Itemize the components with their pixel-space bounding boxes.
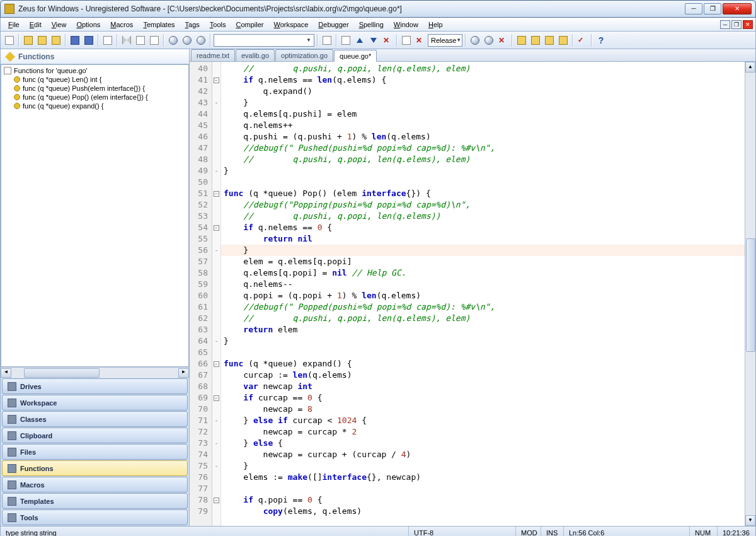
- bookmark-button-3[interactable]: [543, 34, 556, 47]
- compile-button[interactable]: [400, 34, 413, 47]
- menu-macros[interactable]: Macros: [105, 20, 138, 30]
- function-item[interactable]: func (q *queue) Len() int {: [3, 75, 187, 84]
- panel-clipboard[interactable]: Clipboard: [2, 428, 188, 443]
- bookmark-button-1[interactable]: [515, 34, 528, 47]
- menu-options[interactable]: Options: [71, 20, 105, 30]
- debug-button-1[interactable]: [469, 34, 481, 47]
- sidebar-title: Functions: [18, 52, 54, 61]
- function-item[interactable]: func (q *queue) Pop() (elem interface{})…: [3, 93, 187, 102]
- menu-bar: FileEditViewOptionsMacrosTemplatesTagsTo…: [0, 18, 756, 32]
- panel-classes[interactable]: Classes: [2, 411, 188, 427]
- paste-button[interactable]: [148, 34, 161, 47]
- menu-workspace[interactable]: Workspace: [268, 20, 313, 30]
- sidebar: Functions Functions for 'queue.go' func …: [1, 49, 190, 526]
- open-workspace-button[interactable]: [50, 34, 62, 47]
- vscroll-thumb[interactable]: [746, 238, 755, 352]
- menu-window[interactable]: Window: [389, 20, 423, 30]
- save-all-button[interactable]: [83, 34, 95, 47]
- menu-debugger[interactable]: Debugger: [313, 20, 353, 30]
- panel-tools[interactable]: Tools: [2, 510, 188, 525]
- nav-down-button[interactable]: [367, 34, 380, 47]
- sidebar-hscroll[interactable]: ◄►: [1, 367, 189, 378]
- build-button[interactable]: ✕: [414, 34, 427, 47]
- tab[interactable]: evalib.go: [236, 49, 275, 61]
- panel-functions[interactable]: Functions: [2, 460, 188, 476]
- menu-compiler[interactable]: Compiler: [231, 20, 268, 30]
- debug-button-2[interactable]: [483, 34, 495, 47]
- tree-root[interactable]: Functions for 'queue.go': [3, 66, 187, 75]
- panel-drives[interactable]: Drives: [2, 378, 188, 394]
- fold-gutter[interactable]: −--−−--−−---−: [212, 62, 221, 526]
- mdi-minimize[interactable]: ─: [720, 20, 730, 29]
- find-in-files-button[interactable]: [195, 34, 207, 47]
- tab[interactable]: readme.txt: [191, 49, 235, 61]
- new-file-button[interactable]: [3, 34, 16, 47]
- save-button[interactable]: [69, 34, 81, 47]
- menu-edit[interactable]: Edit: [25, 20, 47, 30]
- status-time: 10:21:36: [718, 527, 755, 536]
- close-button[interactable]: ✕: [723, 3, 752, 15]
- panel-files[interactable]: Files: [2, 444, 188, 460]
- search-combo[interactable]: ▼: [214, 34, 314, 47]
- status-pos: Ln:56 Col:6: [564, 527, 690, 536]
- menu-view[interactable]: View: [47, 20, 72, 30]
- mdi-restore[interactable]: ❐: [731, 20, 742, 29]
- nav-up-button[interactable]: [353, 34, 366, 47]
- replace-button[interactable]: [181, 34, 193, 47]
- status-num: NUM: [690, 527, 718, 536]
- line-gutter: 4041424344454647484950515253545556575859…: [190, 62, 212, 526]
- tab-bar: readme.txtevalib.gooptimization.goqueue.…: [190, 49, 755, 62]
- menu-spelling[interactable]: Spelling: [354, 20, 389, 30]
- sidebar-header: Functions: [1, 49, 189, 64]
- function-item[interactable]: func (q *queue) Push(elem interface{}) {: [3, 84, 187, 93]
- bookmark-button-4[interactable]: [557, 34, 570, 47]
- status-encoding: UTF-8: [409, 527, 516, 536]
- tab[interactable]: optimization.go: [275, 49, 333, 61]
- menu-help[interactable]: Help: [423, 20, 448, 30]
- help-button[interactable]: ?: [595, 34, 607, 47]
- panel-workspace[interactable]: Workspace: [2, 395, 188, 411]
- functions-icon: [5, 52, 15, 62]
- status-message: type string string: [1, 527, 409, 536]
- code-area[interactable]: // q.pushi, q.popi, len(q.elems), elem) …: [221, 62, 745, 526]
- config-combo[interactable]: Release▼: [428, 34, 462, 47]
- status-ins: INS: [541, 527, 564, 536]
- copy-button[interactable]: [134, 34, 147, 47]
- maximize-button[interactable]: ❐: [704, 3, 721, 15]
- menu-tags[interactable]: Tags: [180, 20, 205, 30]
- menu-tools[interactable]: Tools: [205, 20, 231, 30]
- minimize-button[interactable]: ─: [685, 3, 702, 15]
- window-title: Zeus for Windows - Unregistered Software…: [18, 4, 685, 13]
- debug-button-3[interactable]: ✕: [496, 34, 509, 47]
- find-button[interactable]: [167, 34, 180, 47]
- bookmark-button-2[interactable]: [529, 34, 542, 47]
- app-icon: [4, 4, 14, 14]
- status-mod: MOD: [516, 527, 541, 536]
- menu-templates[interactable]: Templates: [138, 20, 180, 30]
- panel-macros[interactable]: Macros: [2, 477, 188, 492]
- spell-button[interactable]: ✓: [576, 34, 588, 47]
- function-tree[interactable]: Functions for 'queue.go' func (q *queue)…: [1, 64, 189, 367]
- toolbar: ▼ ✕ ✕ Release▼ ✕ ✓ ?: [0, 32, 756, 49]
- open-project-button[interactable]: [36, 34, 49, 47]
- print-button[interactable]: [101, 34, 114, 47]
- status-bar: type string string UTF-8 MOD INS Ln:56 C…: [0, 527, 756, 536]
- tool-button-3[interactable]: ✕: [381, 34, 394, 47]
- mdi-close[interactable]: ✕: [743, 20, 753, 29]
- menu-file[interactable]: File: [3, 20, 25, 30]
- title-bar: Zeus for Windows - Unregistered Software…: [0, 0, 756, 18]
- cut-button[interactable]: [120, 34, 133, 47]
- open-button[interactable]: [22, 34, 35, 47]
- vertical-scrollbar[interactable]: ▲ ▼: [745, 62, 755, 526]
- tool-button-2[interactable]: [340, 34, 352, 47]
- function-item[interactable]: func (q *queue) expand() {: [3, 102, 187, 110]
- tab[interactable]: queue.go*: [334, 50, 377, 62]
- tool-button-1[interactable]: [321, 34, 333, 47]
- panel-templates[interactable]: Templates: [2, 493, 188, 509]
- editor-area: readme.txtevalib.gooptimization.goqueue.…: [190, 49, 755, 526]
